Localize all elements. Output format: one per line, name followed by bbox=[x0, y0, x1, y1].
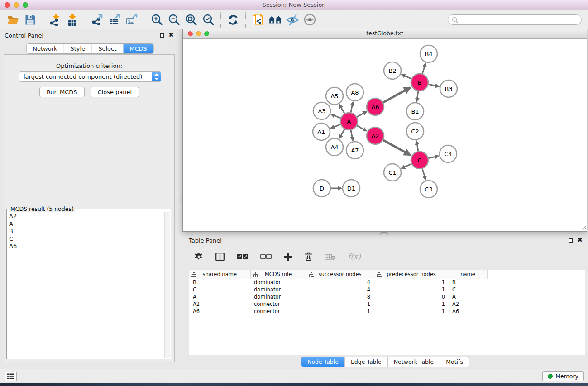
edge-B-B4[interactable] bbox=[422, 63, 426, 74]
edge-A-A8[interactable] bbox=[351, 102, 353, 113]
create-column-button[interactable] bbox=[284, 253, 292, 261]
table-cell[interactable]: 1 bbox=[306, 300, 374, 308]
table-row[interactable]: Bdominator41B bbox=[189, 279, 487, 286]
table-cell[interactable]: 8 bbox=[306, 293, 374, 300]
run-mcds-button[interactable]: Run MCDS bbox=[39, 87, 85, 97]
table-row[interactable]: A2connector11A2 bbox=[189, 300, 487, 308]
mcds-result-item[interactable]: C bbox=[7, 235, 164, 243]
edge-A-A3[interactable] bbox=[331, 114, 341, 118]
delete-table-button[interactable] bbox=[325, 253, 335, 260]
node-table[interactable]: shared nameMCDS rolesuccessor nodesprede… bbox=[189, 270, 585, 355]
column-header-name[interactable]: name bbox=[449, 270, 487, 279]
network-close-button[interactable] bbox=[188, 31, 193, 36]
close-window-button[interactable] bbox=[5, 2, 10, 8]
table-cell[interactable]: C bbox=[189, 286, 250, 293]
edge-A2-C[interactable] bbox=[383, 140, 410, 155]
table-row[interactable]: Cdominator41C bbox=[189, 286, 487, 293]
show-panels-button[interactable] bbox=[5, 372, 17, 381]
column-header-shared-name[interactable]: shared name bbox=[189, 270, 250, 279]
tab-network[interactable]: Network bbox=[26, 44, 64, 53]
optimization-criterion-select[interactable]: largest connected component (directed) bbox=[19, 71, 161, 82]
column-header-successor-nodes[interactable]: successor nodes bbox=[306, 270, 374, 279]
table-cell[interactable]: 1 bbox=[374, 279, 449, 286]
zoom-out-button[interactable] bbox=[167, 13, 181, 27]
table-cell[interactable]: dominator bbox=[250, 293, 306, 300]
table-cell[interactable]: A6 bbox=[449, 308, 487, 315]
table-cell[interactable]: A6 bbox=[189, 308, 250, 315]
deselect-all-button[interactable] bbox=[260, 254, 272, 259]
open-session-button[interactable] bbox=[6, 13, 20, 27]
import-network-button[interactable] bbox=[48, 13, 62, 27]
table-cell[interactable]: C bbox=[449, 286, 487, 293]
tab-motifs[interactable]: Motifs bbox=[440, 357, 469, 367]
network-graph-canvas[interactable]: B4B2BB3A8A5A6A3B1AC2A1A2A4A7C4CC1DD1C3 bbox=[183, 39, 587, 231]
delete-column-button[interactable] bbox=[305, 252, 312, 261]
tab-node-table[interactable]: Node Table bbox=[301, 357, 345, 367]
table-cell[interactable]: A2 bbox=[449, 300, 487, 308]
import-table-button[interactable] bbox=[65, 13, 80, 27]
close-panel-icon[interactable]: ✖ bbox=[168, 31, 174, 39]
hide-graphics-details-button[interactable] bbox=[285, 13, 300, 27]
table-cell[interactable]: 1 bbox=[374, 300, 449, 308]
tab-style[interactable]: Style bbox=[64, 44, 92, 53]
table-cell[interactable]: 1 bbox=[306, 308, 374, 315]
tab-edge-table[interactable]: Edge Table bbox=[345, 357, 388, 367]
table-options-button[interactable] bbox=[195, 253, 203, 261]
export-table-button[interactable] bbox=[107, 13, 122, 27]
table-cell[interactable]: dominator bbox=[250, 279, 306, 286]
table-cell[interactable]: dominator bbox=[250, 286, 306, 293]
zoom-fit-button[interactable] bbox=[184, 13, 198, 27]
table-row[interactable]: Adominator80A bbox=[189, 293, 487, 300]
table-cell[interactable]: A2 bbox=[189, 300, 250, 308]
export-image-button[interactable] bbox=[124, 13, 139, 27]
edge-A-A2[interactable] bbox=[357, 125, 367, 131]
float-table-panel-icon[interactable] bbox=[569, 238, 573, 243]
select-all-button[interactable] bbox=[237, 254, 248, 259]
edge-C-C1[interactable] bbox=[402, 164, 412, 168]
search-field[interactable] bbox=[448, 14, 582, 25]
edge-A6-B[interactable] bbox=[383, 88, 410, 103]
edge-B-B1[interactable] bbox=[416, 91, 418, 101]
table-cell[interactable]: B bbox=[189, 279, 250, 286]
minimize-window-button[interactable] bbox=[14, 2, 19, 8]
tab-network-table[interactable]: Network Table bbox=[388, 357, 440, 367]
table-cell[interactable]: 4 bbox=[306, 286, 374, 293]
save-session-button[interactable] bbox=[23, 13, 38, 27]
close-panel-button[interactable]: Close panel bbox=[91, 87, 139, 97]
table-cell[interactable]: connector bbox=[250, 308, 306, 315]
column-header-mcds-role[interactable]: MCDS role bbox=[250, 270, 306, 279]
table-cell[interactable]: A bbox=[449, 293, 487, 300]
network-minimize-button[interactable] bbox=[196, 31, 201, 36]
zoom-selected-button[interactable] bbox=[201, 13, 215, 27]
mcds-result-item[interactable]: A bbox=[7, 220, 164, 228]
network-zoom-button[interactable] bbox=[204, 31, 209, 36]
table-cell[interactable]: 0 bbox=[374, 293, 449, 300]
tab-select[interactable]: Select bbox=[92, 44, 123, 53]
apply-layout-button[interactable] bbox=[226, 13, 240, 27]
show-graphics-details-button[interactable] bbox=[302, 13, 317, 27]
network-window-titlebar[interactable]: testGlobe.txt bbox=[183, 29, 587, 39]
table-cell[interactable]: 1 bbox=[374, 286, 449, 293]
table-cell[interactable]: B bbox=[449, 279, 487, 286]
column-header-predecessor-nodes[interactable]: predecessor nodes bbox=[374, 270, 449, 279]
function-builder-button[interactable]: f(x) bbox=[348, 252, 361, 261]
table-row[interactable]: A6connector11A6 bbox=[189, 308, 487, 315]
zoom-in-button[interactable] bbox=[149, 13, 164, 27]
network-home-button[interactable] bbox=[268, 13, 282, 27]
table-cell[interactable]: A bbox=[189, 293, 250, 300]
duplicate-network-button[interactable] bbox=[251, 13, 265, 27]
edge-C-C3[interactable] bbox=[422, 168, 426, 180]
edge-A-A7[interactable] bbox=[351, 130, 353, 141]
horizontal-splitter-handle[interactable] bbox=[380, 232, 388, 235]
float-panel-icon[interactable] bbox=[160, 33, 164, 38]
edge-C-C2[interactable] bbox=[416, 141, 418, 152]
tab-mcds[interactable]: MCDS bbox=[123, 44, 153, 53]
edge-A-A4[interactable] bbox=[339, 129, 345, 138]
edge-C-C4[interactable] bbox=[428, 156, 439, 158]
memory-button[interactable]: Memory bbox=[542, 371, 584, 381]
zoom-window-button[interactable] bbox=[23, 2, 28, 8]
mcds-result-item[interactable]: A2 bbox=[7, 213, 164, 220]
table-cell[interactable]: connector bbox=[250, 300, 306, 308]
search-input[interactable] bbox=[458, 17, 578, 23]
edge-A-A5[interactable] bbox=[339, 105, 345, 114]
